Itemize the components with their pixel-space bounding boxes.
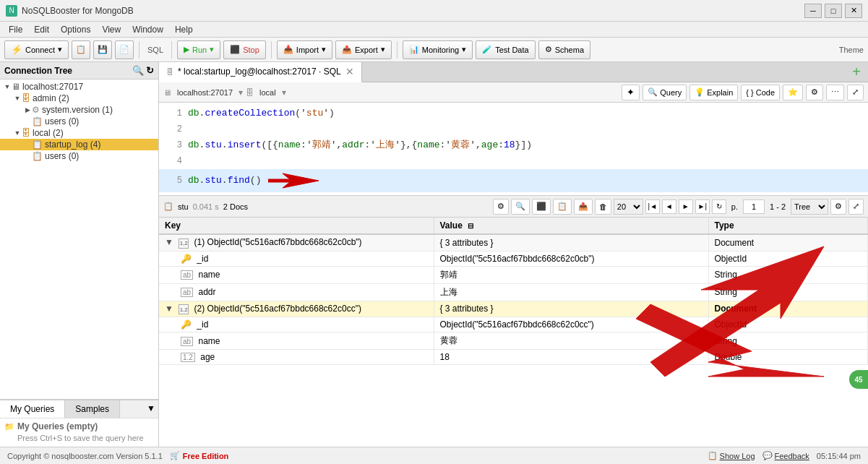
minimize-button[interactable]: ─ (804, 4, 822, 18)
menu-edit[interactable]: Edit (28, 23, 55, 36)
tree-node-system-version[interactable]: ▶ ⚙ system.version (1) (0, 104, 158, 116)
tree-arrow-localhost: ▼ (3, 82, 12, 91)
stop-button[interactable]: ⬛ Stop (223, 40, 266, 59)
page-input[interactable] (743, 199, 765, 214)
table-row[interactable]: 🔑 _id ObjectId("5c516acf67bbdc668c62c0cc… (159, 317, 868, 332)
import-button[interactable]: 📥 Import ▾ (277, 40, 332, 59)
run-button[interactable]: ▶ Run ▾ (177, 40, 220, 59)
maximize-button[interactable]: □ (825, 4, 842, 18)
code-editor[interactable]: 1 db.createCollection('stu') 2 3 db.stu.… (159, 103, 868, 196)
monitoring-label: Monitoring (422, 46, 459, 54)
toolbar-icon-1[interactable]: 📋 (72, 40, 90, 59)
toolbar-icon-2[interactable]: 💾 (93, 40, 112, 59)
star-btn[interactable]: ⭐ (783, 85, 803, 100)
r2c2-value: 黄蓉 (434, 332, 708, 350)
code-content-5: db.stu.find() (188, 173, 261, 188)
tree-node-admin[interactable]: ▼ 🗄 admin (2) (0, 93, 158, 104)
bottom-tab-collapse[interactable]: ▼ (144, 400, 158, 418)
table-row[interactable]: ▼ 1,2 (2) ObjectId("5c516acf67bbdc668c62… (159, 301, 868, 317)
tree-label-users-admin: users (0) (45, 116, 79, 126)
query-button[interactable]: 🔍 Query (643, 85, 687, 100)
code-line-5: 5 db.stu.find() (159, 169, 868, 192)
tree-node-startup-log[interactable]: ▶ 📋 startup_log (4) (0, 139, 158, 150)
query-icon: 🔍 (648, 87, 658, 97)
connection-tree-title: Connection Tree (4, 66, 72, 76)
separator-3 (271, 41, 272, 59)
main-tab[interactable]: 🗄 * local:startup_log@localhost:27017 · … (159, 62, 362, 82)
red-arrow-find (268, 170, 326, 192)
r1c3-key-text: addr (198, 287, 215, 297)
menu-window[interactable]: Window (126, 23, 169, 36)
table-row[interactable]: ab addr 上海 String (159, 283, 868, 301)
table-row[interactable]: 1.2 age 18 Double (159, 350, 868, 365)
num-field-icon: 1.2 (181, 353, 195, 362)
connect-button[interactable]: ⚡ Connect ▾ (4, 40, 69, 59)
search-icon[interactable]: 🔍 (132, 65, 144, 76)
table-row[interactable]: 🔑 _id ObjectId("5c516acf67bbdc668c62c0cb… (159, 251, 868, 266)
result-btn-2[interactable]: 🔍 (511, 199, 530, 215)
col-value: Value ⊟ (434, 218, 708, 234)
test-data-button[interactable]: 🧪 Test Data (476, 40, 535, 59)
tree-node-users-local[interactable]: ▶ 📋 users (0) (0, 150, 158, 162)
tree-node-local[interactable]: ▼ 🗄 local (2) (0, 127, 158, 139)
tab-my-queries[interactable]: My Queries (0, 400, 65, 418)
beautify-btn[interactable]: ✦ (622, 85, 640, 100)
monitoring-button[interactable]: 📊 Monitoring ▾ (403, 40, 473, 59)
expand-result-btn[interactable]: ⤢ (848, 199, 864, 215)
result-collection: stu (178, 202, 189, 211)
first-page-btn[interactable]: |◄ (645, 199, 660, 214)
menu-options[interactable]: Options (55, 23, 96, 36)
export-button[interactable]: 📤 Export ▾ (335, 40, 392, 59)
result-btn-4[interactable]: 📋 (553, 199, 572, 215)
key-field-icon: 🔑 (181, 254, 192, 264)
code-button[interactable]: { } Code (741, 85, 780, 100)
tree-node-users-admin[interactable]: ▶ 📋 users (0) (0, 116, 158, 127)
feedback-link[interactable]: Feedback (775, 452, 809, 460)
status-right: 📋 Show Log 💬 Feedback 05:15:44 pm (708, 451, 861, 460)
code-line-1: 1 db.createCollection('stu') (159, 106, 868, 121)
tree-node-localhost[interactable]: ▼ 🖥 localhost:27017 (0, 81, 158, 93)
svg-marker-0 (268, 173, 319, 188)
expand-icon-r2[interactable]: ▼ (165, 304, 173, 314)
connect-label: Connect (25, 46, 55, 54)
expand-icon-r1[interactable]: ▼ (165, 237, 173, 247)
toolbar-icon-3[interactable]: 📄 (115, 40, 134, 59)
more-btn[interactable]: ⋯ (826, 85, 844, 100)
export-icon: 📤 (342, 45, 352, 54)
value-filter-icon[interactable]: ⊟ (468, 222, 473, 230)
refresh-btn[interactable]: ↻ (712, 199, 726, 214)
table-row[interactable]: ab name 黄蓉 String (159, 332, 868, 350)
explain-button[interactable]: 💡 Explain (689, 85, 738, 100)
next-page-btn[interactable]: ► (679, 199, 693, 214)
refresh-icon[interactable]: ↻ (146, 65, 154, 76)
feedback-area: 💬 Feedback (762, 451, 809, 460)
r1c3-value: 上海 (434, 283, 708, 301)
view-mode-select[interactable]: Tree Table JSON (791, 199, 828, 215)
result-btn-6[interactable]: 🗑 (595, 199, 611, 215)
green-side-button[interactable]: 45 (849, 370, 868, 389)
new-tab-button[interactable]: + (845, 64, 868, 80)
expand-btn[interactable]: ⤢ (847, 85, 864, 100)
show-log-link[interactable]: Show Log (720, 452, 755, 460)
tree-arrow-admin: ▼ (13, 94, 22, 103)
close-button[interactable]: ✕ (845, 4, 862, 18)
tab-samples[interactable]: Samples (65, 400, 120, 418)
result-btn-5[interactable]: 📤 (574, 199, 593, 215)
last-page-btn[interactable]: ►| (695, 199, 710, 214)
menu-help[interactable]: Help (169, 23, 199, 36)
run-label: Run (192, 46, 207, 54)
menu-view[interactable]: View (96, 23, 126, 36)
menu-file[interactable]: File (3, 23, 28, 36)
settings-btn[interactable]: ⚙ (806, 85, 823, 100)
table-row[interactable]: ▼ 1,2 (1) ObjectId("5c516acf67bbdc668c62… (159, 234, 868, 251)
prev-page-btn[interactable]: ◄ (662, 199, 676, 214)
result-btn-1[interactable]: ⚙ (493, 199, 509, 215)
code-paren-close-1: ') (323, 108, 335, 119)
view-settings-btn[interactable]: ⚙ (830, 199, 846, 215)
per-page-select[interactable]: 20 50 100 (614, 199, 643, 215)
table-row[interactable]: ab name 郭靖 String (159, 266, 868, 283)
schema-button[interactable]: ⚙ Schema (538, 40, 590, 59)
page-total: 1 - 2 (767, 202, 788, 211)
result-btn-3[interactable]: ⬛ (532, 199, 551, 215)
tab-close-btn[interactable]: ✕ (345, 66, 354, 77)
